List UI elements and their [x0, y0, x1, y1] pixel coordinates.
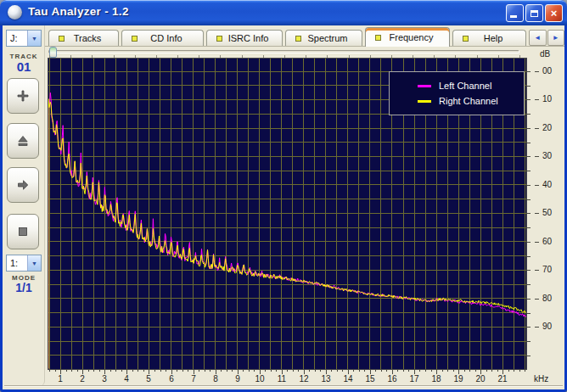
arrow-right-icon	[17, 179, 29, 191]
x-axis-tick	[464, 369, 465, 372]
x-axis-tick	[160, 369, 161, 372]
x-axis-tick	[486, 369, 487, 372]
x-axis-tick	[309, 369, 310, 372]
chevron-down-icon[interactable]: ▼	[27, 31, 41, 46]
tab-scroll-right-button[interactable]: ►	[547, 30, 565, 46]
y-axis-tick	[526, 242, 531, 243]
x-axis-tick	[331, 369, 332, 372]
x-axis-tick	[66, 369, 67, 372]
x-axis-tick	[342, 369, 343, 372]
legend-label: Right Channel	[439, 96, 498, 106]
x-axis-tick-label: 16	[384, 374, 401, 384]
x-axis-tick	[188, 369, 188, 372]
x-axis-tick-label: 4	[118, 374, 135, 384]
x-axis-tick	[99, 369, 100, 372]
x-axis-tick	[364, 369, 365, 372]
legend-label: Left Channel	[439, 81, 491, 91]
tab-scroll-left-button[interactable]: ◄	[529, 30, 547, 46]
x-axis-tick	[453, 369, 454, 372]
x-axis-tick-label: 2	[74, 374, 91, 384]
y-axis-tick-label: 60	[542, 237, 552, 246]
x-axis-tick	[271, 369, 272, 372]
y-axis-tick	[526, 199, 531, 200]
x-axis-tick	[121, 369, 122, 372]
stop-icon	[17, 226, 29, 238]
y-axis-tick-label: 70	[542, 265, 552, 274]
drive-select-value: J:	[7, 33, 27, 43]
tab-spectrum[interactable]: Spectrum	[285, 30, 362, 46]
tab-isrc-info[interactable]: ISRC Info	[206, 30, 283, 46]
x-axis-tick	[525, 369, 525, 372]
x-axis-tick	[397, 369, 398, 372]
x-axis-tick-label: 8	[207, 374, 224, 384]
tab-label: ISRC Info	[222, 33, 282, 43]
y-axis-tick-label: 90	[542, 322, 552, 331]
add-button[interactable]	[7, 78, 39, 114]
next-button[interactable]	[7, 167, 39, 203]
y-axis-tick	[526, 143, 531, 143]
x-axis-tick	[353, 369, 354, 372]
x-axis-tick	[431, 369, 432, 372]
tab-label: Help	[469, 33, 525, 43]
plus-icon	[17, 90, 29, 102]
position-slider-track[interactable]	[48, 50, 519, 53]
x-axis-tick	[49, 369, 50, 372]
x-axis-tick	[425, 369, 426, 372]
window-content: J: ▼ TRACK 01 1: ▼ MODE 1/1 Tracks	[3, 25, 564, 389]
x-axis-tick	[419, 369, 420, 372]
x-axis-tick	[115, 369, 116, 372]
x-axis-tick	[93, 369, 94, 372]
x-axis-tick	[254, 369, 255, 372]
x-axis-tick-label: 19	[450, 374, 467, 384]
x-axis-tick	[110, 369, 111, 372]
y-axis-tick	[526, 356, 531, 356]
legend-item-left-channel: Left Channel	[390, 81, 524, 91]
close-button[interactable]: ×	[545, 4, 563, 22]
flag-icon	[375, 35, 381, 41]
x-axis-tick-label: 7	[185, 374, 202, 384]
tab-frequency[interactable]: Frequency	[365, 27, 450, 47]
x-axis-tick	[138, 369, 138, 372]
drive-select[interactable]: J: ▼	[6, 30, 42, 47]
tab-cd-info[interactable]: CD Info	[121, 30, 204, 46]
app-window: Tau Analyzer - 1.2 × J: ▼ TRACK 01 1:	[0, 0, 567, 392]
bottom-divider	[4, 385, 563, 387]
x-axis-unit-label: kHz	[534, 374, 559, 384]
y-axis-tick	[535, 156, 539, 157]
x-axis-tick	[442, 369, 443, 372]
maximize-button[interactable]	[525, 4, 543, 22]
position-slider-thumb[interactable]	[49, 47, 57, 58]
legend-item-right-channel: Right Channel	[390, 97, 524, 106]
close-icon: ×	[551, 8, 558, 19]
tab-tracks[interactable]: Tracks	[48, 30, 119, 46]
flag-icon	[295, 36, 301, 42]
y-axis-tick-label: 30	[542, 151, 552, 160]
x-axis-tick	[447, 369, 448, 372]
x-axis-tick	[132, 369, 133, 372]
y-axis-tick	[535, 299, 539, 300]
chevron-down-icon[interactable]: ▼	[27, 255, 41, 271]
x-axis-tick-label: 3	[96, 374, 113, 384]
y-axis-tick	[526, 256, 531, 257]
tab-strip-baseline	[45, 46, 564, 47]
tab-label: CD Info	[138, 33, 203, 43]
y-axis-tick	[526, 99, 531, 100]
y-axis-tick-label: 20	[542, 123, 552, 132]
x-axis-tick	[497, 369, 498, 372]
title-bar[interactable]: Tau Analyzer - 1.2 ×	[0, 0, 567, 25]
chart-legend: Left Channel Right Channel	[389, 71, 525, 115]
window-controls: ×	[506, 4, 563, 22]
x-axis-tick-label: 1	[52, 374, 69, 384]
minimize-icon	[510, 15, 517, 18]
eject-button[interactable]	[7, 123, 39, 159]
x-axis-tick	[55, 369, 56, 372]
x-axis-tick-label: 17	[406, 374, 423, 384]
minimize-button[interactable]	[506, 4, 524, 22]
y-axis-tick	[526, 114, 531, 115]
mode-select[interactable]: 1: ▼	[6, 255, 42, 272]
x-axis-tick-label: 10	[251, 374, 268, 384]
x-axis-tick-label: 13	[317, 374, 334, 384]
y-axis-tick	[535, 185, 539, 186]
stop-button[interactable]	[7, 214, 39, 249]
tab-help[interactable]: Help	[452, 30, 526, 46]
